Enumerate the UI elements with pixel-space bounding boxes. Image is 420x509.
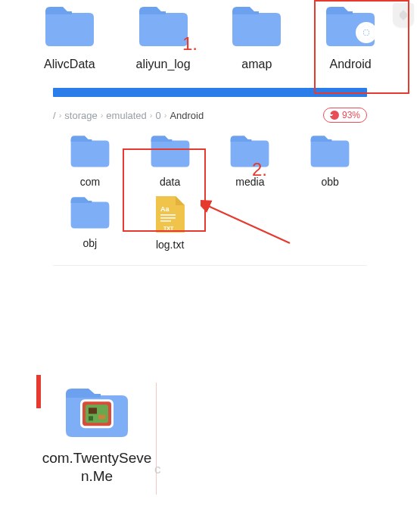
crop-line-right <box>156 383 157 495</box>
folder-com[interactable]: com <box>53 133 127 189</box>
folder-icon <box>149 133 191 168</box>
txt-file-icon: Aa TXT <box>154 195 186 234</box>
svg-rect-29 <box>89 408 97 414</box>
breadcrumb[interactable]: / › storage › emulated › 0 › Android 93% <box>53 108 367 123</box>
folder-icon <box>69 195 111 230</box>
svg-rect-31 <box>89 416 93 420</box>
folder-com-twentyseven-me[interactable]: com.TwentySeven.Me <box>36 375 157 486</box>
bottom-section: com.TwentySeven.Me <box>36 375 157 504</box>
svg-text:TXT: TXT <box>163 226 174 231</box>
storage-usage-pill[interactable]: 93% <box>323 108 367 123</box>
svg-point-19 <box>364 30 369 35</box>
folder-label: data <box>160 176 180 189</box>
folder-amap[interactable]: amap <box>219 4 294 71</box>
svg-text:Aa: Aa <box>160 205 170 213</box>
divider <box>53 265 367 266</box>
folder-icon <box>63 384 131 439</box>
chevron-right-icon: › <box>59 111 62 120</box>
folder-label: amap <box>241 57 272 71</box>
breadcrumb-seg[interactable]: emulated <box>106 110 146 121</box>
folder-label: com <box>80 176 100 189</box>
chevron-right-icon: › <box>150 111 153 120</box>
chevron-right-icon: › <box>164 111 167 120</box>
cropped-text: c <box>154 462 161 477</box>
breadcrumb-seg[interactable]: 0 <box>156 110 161 121</box>
scroll-handle[interactable] <box>393 3 414 27</box>
folder-label: com.TwentySeven.Me <box>40 449 154 486</box>
gear-icon <box>354 20 378 45</box>
panel-top-bar <box>53 88 367 97</box>
folder-data[interactable]: data <box>133 133 207 189</box>
folder-label: Android <box>330 57 372 71</box>
folder-obb[interactable]: obb <box>293 133 367 189</box>
folder-label: obb <box>321 176 338 189</box>
folder-icon <box>43 4 96 48</box>
folder-icon <box>230 4 283 48</box>
app-icon <box>79 398 115 429</box>
svg-rect-21 <box>160 214 176 216</box>
folder-icon <box>229 133 271 168</box>
folder-icon <box>137 4 190 48</box>
breadcrumb-current: Android <box>170 110 204 121</box>
folder-label: obj <box>83 237 98 250</box>
file-log-txt[interactable]: Aa TXT log.txt <box>133 195 207 251</box>
breadcrumb-seg[interactable]: storage <box>64 110 97 121</box>
svg-rect-30 <box>98 414 105 419</box>
svg-rect-23 <box>160 220 171 222</box>
folder-label: AlivcData <box>44 57 95 71</box>
folder-row-top: AlivcData aliyun_log amap <box>0 4 420 71</box>
file-browser-panel: / › storage › emulated › 0 › Android 93%… <box>53 88 367 251</box>
folder-aliyun-log[interactable]: aliyun_log <box>126 4 201 71</box>
pie-chart-icon <box>329 110 341 121</box>
folder-icon <box>69 133 111 168</box>
folder-obj[interactable]: obj <box>53 195 127 251</box>
svg-rect-22 <box>160 217 176 219</box>
folder-icon <box>309 133 351 168</box>
folder-label: media <box>235 176 264 189</box>
chevron-right-icon: › <box>101 111 104 120</box>
file-label: log.txt <box>156 239 184 251</box>
folder-media[interactable]: media <box>213 133 288 189</box>
folder-grid: com data media obb obj <box>53 133 367 251</box>
folder-android[interactable]: Android <box>313 4 388 71</box>
folder-label: aliyun_log <box>136 57 191 71</box>
breadcrumb-root[interactable]: / <box>53 110 56 121</box>
folder-alivcdata[interactable]: AlivcData <box>32 4 107 71</box>
folder-icon <box>324 4 377 48</box>
storage-usage-value: 93% <box>342 110 360 120</box>
highlight-bar-left <box>36 375 41 408</box>
